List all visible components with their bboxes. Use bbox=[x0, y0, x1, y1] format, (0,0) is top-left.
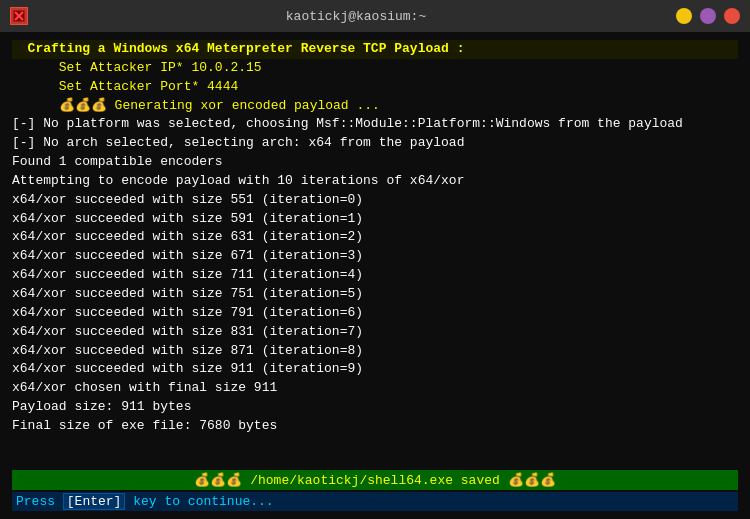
terminal-line: x64/xor succeeded with size 591 (iterati… bbox=[12, 210, 738, 229]
terminal-line: x64/xor succeeded with size 631 (iterati… bbox=[12, 228, 738, 247]
terminal-line: Attempting to encode payload with 10 ite… bbox=[12, 172, 738, 191]
titlebar-left bbox=[10, 7, 36, 25]
terminal-line: [-] No arch selected, selecting arch: x6… bbox=[12, 134, 738, 153]
terminal-output: Crafting a Windows x64 Meterpreter Rever… bbox=[0, 32, 750, 519]
app-icon bbox=[10, 7, 28, 25]
terminal-line: x64/xor chosen with final size 911 bbox=[12, 379, 738, 398]
terminal-line: x64/xor succeeded with size 711 (iterati… bbox=[12, 266, 738, 285]
terminal-line: x64/xor succeeded with size 791 (iterati… bbox=[12, 304, 738, 323]
terminal-window: kaotickj@kaosium:~ Crafting a Windows x6… bbox=[0, 0, 750, 519]
terminal-line: x64/xor succeeded with size 831 (iterati… bbox=[12, 323, 738, 342]
maximize-button[interactable] bbox=[700, 8, 716, 24]
terminal-line: Set Attacker IP* 10.0.2.15 bbox=[12, 59, 738, 78]
minimize-button[interactable] bbox=[676, 8, 692, 24]
terminal-line: x64/xor succeeded with size 911 (iterati… bbox=[12, 360, 738, 379]
terminal-line: x64/xor succeeded with size 671 (iterati… bbox=[12, 247, 738, 266]
window-title: kaotickj@kaosium:~ bbox=[286, 9, 426, 24]
terminal-line: x64/xor succeeded with size 751 (iterati… bbox=[12, 285, 738, 304]
enter-key-label: [Enter] bbox=[63, 493, 126, 510]
terminal-line: Found 1 compatible encoders bbox=[12, 153, 738, 172]
terminal-line: x64/xor succeeded with size 551 (iterati… bbox=[12, 191, 738, 210]
continue-prompt[interactable]: Press [Enter] key to continue... bbox=[12, 492, 738, 511]
terminal-line: x64/xor succeeded with size 871 (iterati… bbox=[12, 342, 738, 361]
terminal-line: [-] No platform was selected, choosing M… bbox=[12, 115, 738, 134]
close-button[interactable] bbox=[724, 8, 740, 24]
titlebar: kaotickj@kaosium:~ bbox=[0, 0, 750, 32]
terminal-line: Final size of exe file: 7680 bytes bbox=[12, 417, 738, 436]
terminal-line: Payload size: 911 bytes bbox=[12, 398, 738, 417]
terminal-line: Crafting a Windows x64 Meterpreter Rever… bbox=[12, 40, 738, 59]
terminal-line: 💰💰💰 Generating xor encoded payload ... bbox=[12, 97, 738, 116]
terminal-line: Set Attacker Port* 4444 bbox=[12, 78, 738, 97]
window-controls bbox=[676, 8, 740, 24]
saved-notification: 💰💰💰 /home/kaotickj/shell64.exe saved 💰💰💰 bbox=[12, 470, 738, 490]
terminal-content: Crafting a Windows x64 Meterpreter Rever… bbox=[12, 40, 738, 436]
